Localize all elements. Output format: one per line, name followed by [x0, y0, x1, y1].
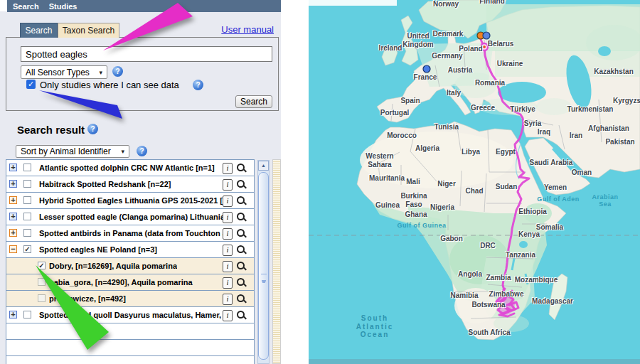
help-icon-search-result[interactable]: ?	[87, 124, 98, 134]
info-icon[interactable]: i	[223, 245, 233, 256]
expand-plus-icon[interactable]: +	[9, 311, 17, 318]
row-checkbox[interactable]	[38, 294, 46, 302]
tab-taxon-search[interactable]: Taxon Search	[58, 23, 119, 38]
magnifier-icon[interactable]	[237, 294, 247, 304]
search-button[interactable]: Search	[235, 95, 272, 108]
map[interactable]: NorwayFinlandDenmarkUnited KingdomIrelan…	[309, 0, 640, 364]
info-icon[interactable]: i	[223, 163, 233, 174]
map-label-country: Tanzania	[506, 251, 535, 259]
expand-plus-icon[interactable]: +	[9, 196, 17, 204]
expand-minus-icon[interactable]: −	[9, 245, 17, 253]
row-checkbox[interactable]	[23, 311, 31, 318]
map-label-country: Guinea	[375, 201, 400, 210]
map-marker-dot[interactable]	[423, 65, 430, 73]
row-checkbox[interactable]: ✓	[23, 245, 31, 253]
map-label-country: Zimbabwe	[489, 290, 524, 299]
info-icon[interactable]: i	[223, 196, 233, 207]
menu-item-studies[interactable]: Studies	[49, 2, 78, 11]
info-icon[interactable]: i	[223, 277, 233, 289]
info-icon[interactable]: i	[223, 212, 233, 223]
row-label: babia_gora, [n=4290], Aquila pomarina	[49, 278, 193, 287]
row-label: Dobry, [n=16269], Aquila pomarina	[49, 262, 177, 270]
info-icon[interactable]: i	[223, 179, 233, 191]
info-icon[interactable]: i	[223, 310, 233, 321]
aral-sea	[598, 46, 611, 56]
movebank-search-window: SearchStudies Search Taxon Search User m…	[0, 0, 640, 364]
help-icon-only-studies[interactable]: ?	[193, 80, 203, 90]
magnifier-icon[interactable]	[237, 278, 247, 288]
map-label-sea: Gulf of Aden	[537, 196, 580, 203]
search-panel: SearchStudies Search Taxon Search User m…	[0, 0, 281, 364]
map-label-country: Syria	[524, 119, 541, 128]
row-checkbox[interactable]	[23, 213, 31, 220]
user-manual-link[interactable]: User manual	[217, 24, 274, 35]
row-label: Spotted-tailed quoll Dasyurus maculatus,…	[39, 311, 223, 319]
map-label-country: Ethiopia	[518, 208, 546, 216]
table-row: ✓Dobry, [n=16269], Aquila pomarinai	[6, 258, 254, 274]
help-icon-sort[interactable]: ?	[137, 146, 147, 156]
info-icon[interactable]: i	[223, 261, 233, 272]
tab-search[interactable]: Search	[20, 23, 58, 38]
magnifier-icon[interactable]	[237, 245, 247, 255]
expand-plus-icon[interactable]: +	[9, 229, 17, 237]
map-label-country: Egypt	[496, 148, 516, 156]
magnifier-icon[interactable]	[237, 213, 247, 223]
map-label-country: Burkina Faso	[400, 192, 427, 208]
table-row: +Habitrack Spotted Redshank [n=22]i	[6, 176, 254, 193]
map-label-country: Somalia	[536, 223, 563, 232]
row-label: Lesser spotted eagle (Clanga pomarina) L…	[39, 213, 223, 221]
map-label-country: Austria	[448, 66, 472, 75]
table-row: −✓Spotted eagles NE Poland [n=3]i	[6, 242, 254, 258]
help-icon-sensor[interactable]: ?	[112, 66, 123, 77]
row-label: proniewicze, [n=492]	[49, 294, 126, 303]
magnifier-icon[interactable]	[237, 311, 247, 321]
panel-map-splitter[interactable]	[272, 159, 281, 364]
map-label-country: Chad	[466, 187, 484, 196]
info-icon[interactable]: i	[223, 228, 233, 240]
map-label-country: Tunisia	[434, 123, 459, 132]
map-label-country: Gabon	[440, 235, 463, 243]
map-label-country: Poland	[459, 45, 482, 53]
sort-select[interactable]: Sort by Animal Identifier ▾	[16, 145, 129, 158]
map-label-country: Italy	[447, 89, 461, 97]
magnifier-icon[interactable]	[237, 180, 247, 190]
scrollbar-up-arrow-icon[interactable]: ▲	[258, 161, 269, 171]
info-icon[interactable]: i	[223, 294, 233, 305]
scrollbar-thumb[interactable]	[258, 172, 269, 360]
map-label-sea: Gulf of Guinea	[398, 222, 447, 229]
row-label: Atlantic spotted dolphin CRC NW Atlantic…	[39, 164, 215, 172]
map-marker-dot[interactable]	[483, 32, 490, 39]
row-label: Spotted antbirds in Panama (data from To…	[39, 229, 223, 237]
world-map-canvas	[309, 0, 640, 364]
row-checkbox[interactable]	[23, 196, 31, 204]
map-label-country: Portugal	[380, 109, 410, 117]
expand-plus-icon[interactable]: +	[9, 213, 17, 220]
magnifier-icon[interactable]	[237, 229, 247, 239]
only-studies-checkbox[interactable]: ✓	[26, 80, 36, 89]
map-label-country: Kazakhstan	[594, 68, 634, 76]
magnifier-icon[interactable]	[237, 196, 247, 206]
table-row: +Spotted-tailed quoll Dasyurus maculatus…	[6, 307, 254, 323]
row-checkbox[interactable]	[23, 164, 31, 171]
search-input[interactable]	[21, 46, 272, 62]
chevron-down-icon: ▾	[99, 69, 102, 76]
magnifier-icon[interactable]	[237, 262, 247, 272]
table-row: +Lesser spotted eagle (Clanga pomarina) …	[6, 209, 254, 225]
row-checkbox[interactable]: ✓	[38, 262, 46, 269]
table-row: proniewicze, [n=492]i	[6, 291, 254, 307]
row-checkbox[interactable]	[23, 180, 31, 188]
map-label-country: Iraq	[538, 128, 550, 136]
magnifier-icon[interactable]	[237, 164, 247, 173]
menu-item-search[interactable]: Search	[13, 2, 39, 11]
expand-plus-icon[interactable]: +	[9, 164, 17, 171]
map-label-country: Kyrgyzstan	[613, 97, 640, 105]
list-scrollbar[interactable]: ▲	[257, 160, 270, 364]
expand-plus-icon[interactable]: +	[9, 180, 17, 188]
map-label-sea: Arabian Sea	[588, 193, 623, 208]
menu-bar: SearchStudies	[7, 0, 281, 12]
row-checkbox[interactable]	[23, 229, 31, 237]
map-label-country: Western Sahara	[366, 152, 393, 168]
row-checkbox[interactable]	[38, 278, 46, 286]
sensor-type-select[interactable]: All Sensor Types ▾	[21, 65, 107, 79]
map-label-country: Angola	[458, 270, 482, 279]
